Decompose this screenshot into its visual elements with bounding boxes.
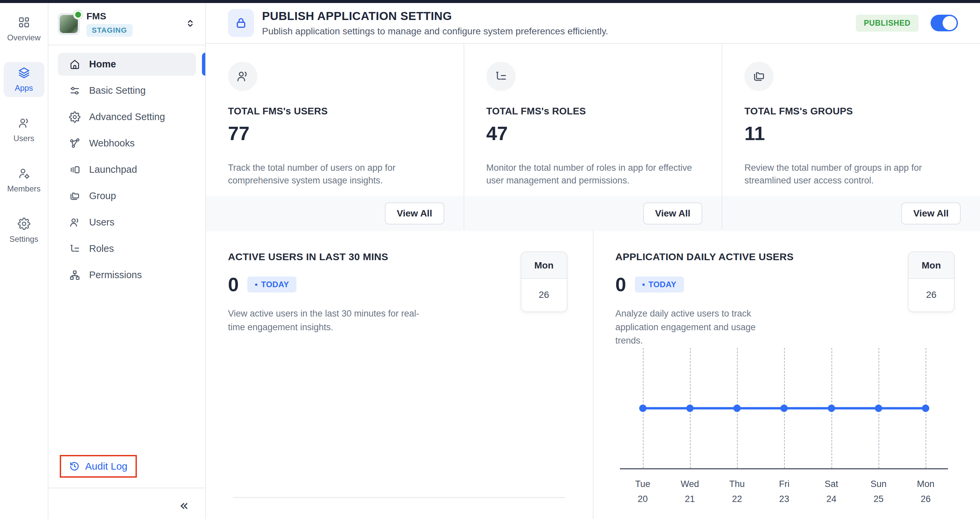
date-chip-day: Mon [908,252,954,279]
main-content: PUBLISH APPLICATION SETTING Publish appl… [206,3,980,519]
panel-description: Analyze daily active users to track appl… [616,307,783,348]
gear-icon [18,217,30,232]
chart-x-label: Tue20 [635,477,651,506]
date-chip-date: 26 [521,279,567,311]
user-icon [18,117,30,131]
chart-x-label: Sun25 [870,477,886,506]
stat-card-footer: View All [464,196,722,231]
date-chip-date: 26 [908,279,954,311]
stat-title: TOTAL FMS's USERS [228,106,442,117]
sidebar-item-label: Basic Setting [89,85,146,96]
stat-description: Track the total number of users on app f… [228,162,442,187]
stat-card-body: TOTAL FMS's GROUPS 11 Review the total n… [722,44,980,196]
sidebar-item-home[interactable]: Home [58,53,196,76]
panel-description: View active users in the last 30 minutes… [228,307,425,334]
user-gear-icon [18,167,30,181]
sidebar-item-permissions[interactable]: Permissions [58,263,196,287]
stat-title: TOTAL FMS's GROUPS [745,106,959,117]
sidebar-menu: Home Basic Setting Advanced Setting Webh… [48,45,205,287]
sidebar-item-webhooks[interactable]: Webhooks [58,132,196,155]
primary-nav-rail: Overview Apps Users Members [0,3,48,519]
view-all-button[interactable]: View All [901,202,961,224]
sidebar-item-roles[interactable]: Roles [58,237,196,260]
grid-icon [18,16,30,30]
stat-card-body: TOTAL FMS's USERS 77 Track the total num… [206,44,464,196]
sidebar-item-launchpad[interactable]: Launchpad [58,158,196,181]
chart-x-label: Sat24 [824,477,838,506]
stat-cards-row: TOTAL FMS's USERS 77 Track the total num… [206,44,980,230]
banner-text: PUBLISH APPLICATION SETTING Publish appl… [262,10,608,37]
chart-x-label: Mon26 [917,477,935,506]
date-chip: Mon 26 [521,251,568,312]
chart-data-point [875,405,882,412]
users-icon [228,62,257,91]
rail-item-label: Settings [10,235,38,244]
history-icon [69,461,80,471]
banner-title: PUBLISH APPLICATION SETTING [262,10,608,23]
chart-data-point [922,405,929,412]
rail-item-users[interactable]: Users [4,113,45,148]
sidebar-footer: Audit Log « [48,455,205,519]
daily-active-users-panel: APPLICATION DAILY ACTIVE USERS 0 •TODAY … [593,230,980,519]
sidebar-item-label: Launchpad [89,164,137,175]
active-users-panel: ACTIVE USERS IN LAST 30 MINS 0 •TODAY Vi… [206,230,593,519]
metric-value: 0 [616,273,626,295]
sidebar-item-advanced-setting[interactable]: Advanced Setting [58,105,196,129]
rail-item-label: Users [13,134,34,143]
sidebar-item-label: Webhooks [89,138,135,149]
stat-value: 11 [745,122,959,144]
published-status-badge: PUBLISHED [856,15,919,32]
chart-data-point [686,405,694,412]
chart-plot [620,348,948,469]
rail-item-apps[interactable]: Apps [4,62,45,97]
badge-dot: • [255,280,258,289]
chart-data-point [780,405,788,412]
audit-log-button[interactable]: Audit Log [61,456,135,476]
view-all-button[interactable]: View All [385,202,444,224]
rail-item-members[interactable]: Members [4,163,45,198]
hierarchy-icon [69,270,80,281]
chart-xlabels: Tue20Wed21Thu22Fri23Sat24Sun25Mon26 [620,477,948,513]
stat-card-total-roles: TOTAL FMS's ROLES 47 Monitor the total n… [464,44,722,229]
chart-x-label: Thu22 [729,477,745,506]
stat-description: Monitor the total number of roles in app… [486,162,700,187]
app-selector[interactable]: FMS STAGING [48,3,205,45]
analytics-panels: ACTIVE USERS IN LAST 30 MINS 0 •TODAY Vi… [206,230,980,519]
list-tree-icon [69,243,80,254]
sidebar-item-basic-setting[interactable]: Basic Setting [58,79,196,102]
environment-badge: STAGING [86,24,132,37]
stat-value: 47 [486,122,701,144]
view-all-button[interactable]: View All [643,202,703,224]
chevron-up-down-icon [185,17,195,31]
chart-x-label: Fri23 [779,477,789,506]
layers-icon [18,67,30,80]
rail-item-settings[interactable]: Settings [4,213,45,248]
audit-log-label: Audit Log [85,460,127,472]
sidebar-item-label: Advanced Setting [89,111,165,122]
app-sidebar: FMS STAGING Home Basic Setting [48,3,206,519]
lock-icon [228,9,254,37]
gear-icon [69,111,80,123]
stat-card-body: TOTAL FMS's ROLES 47 Monitor the total n… [464,44,722,196]
collapse-sidebar-button[interactable]: « [178,498,191,513]
app-window: Overview Apps Users Members [0,0,980,519]
date-chip: Mon 26 [908,251,955,312]
rail-item-overview[interactable]: Overview [4,12,45,47]
sidebar-item-users[interactable]: Users [58,211,196,234]
list-tree-icon [486,62,516,91]
folders-icon [745,62,774,91]
collapse-row: « [48,488,205,513]
date-chip-day: Mon [521,252,567,279]
chart-data-point [733,405,741,412]
folders-icon [69,190,80,202]
publish-toggle[interactable] [931,15,958,31]
home-icon [69,59,80,70]
publish-setting-banner: PUBLISH APPLICATION SETTING Publish appl… [206,3,980,44]
sidebar-item-group[interactable]: Group [58,184,196,208]
top-window-bar [0,0,980,3]
stat-card-footer: View All [206,196,464,231]
launchpad-icon [69,164,80,175]
users-icon [69,217,80,228]
sidebar-item-label: Home [89,59,116,70]
stat-description: Review the total number of groups in app… [745,162,958,187]
